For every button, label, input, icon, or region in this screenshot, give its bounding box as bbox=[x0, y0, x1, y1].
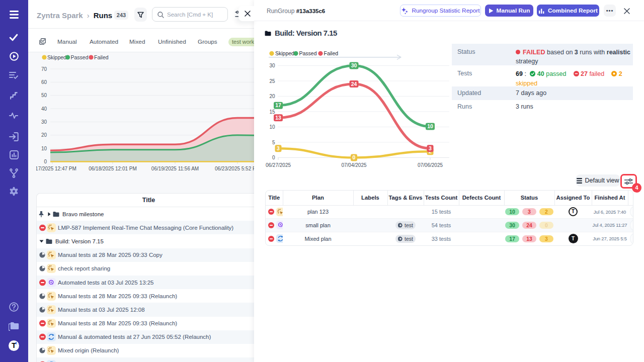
svg-text:3: 3 bbox=[429, 145, 432, 151]
svg-text:07/06/2025: 07/06/2025 bbox=[418, 162, 443, 168]
svg-text:20: 20 bbox=[41, 132, 47, 138]
svg-text:17: 17 bbox=[275, 102, 281, 108]
svg-text:24: 24 bbox=[351, 81, 357, 87]
svg-text:10: 10 bbox=[269, 124, 275, 130]
svg-text:30: 30 bbox=[351, 62, 357, 68]
svg-text:0: 0 bbox=[44, 159, 47, 164]
svg-text:Failed: Failed bbox=[324, 50, 339, 56]
svg-text:40: 40 bbox=[41, 106, 47, 112]
svg-text:07/04/2025: 07/04/2025 bbox=[341, 162, 366, 168]
svg-text:Passed: Passed bbox=[71, 54, 89, 60]
svg-text:60: 60 bbox=[41, 79, 47, 85]
svg-text:06/18/2025 12:01 PM: 06/18/2025 12:01 PM bbox=[89, 166, 137, 171]
svg-text:50: 50 bbox=[41, 93, 47, 98]
svg-text:3: 3 bbox=[277, 145, 280, 151]
svg-text:0: 0 bbox=[353, 154, 356, 160]
svg-text:06/27/2025: 06/27/2025 bbox=[266, 162, 291, 168]
svg-text:5: 5 bbox=[272, 140, 275, 145]
svg-text:06/19/2025 11:56 AM: 06/19/2025 11:56 AM bbox=[151, 166, 199, 171]
svg-text:Skipped: Skipped bbox=[47, 54, 66, 60]
svg-text:Passed: Passed bbox=[299, 50, 317, 56]
svg-text:20: 20 bbox=[269, 94, 275, 99]
svg-text:Skipped: Skipped bbox=[275, 50, 294, 56]
svg-text:Failed: Failed bbox=[94, 54, 109, 60]
svg-text:30: 30 bbox=[269, 63, 275, 68]
svg-text:70: 70 bbox=[41, 66, 47, 72]
svg-text:10: 10 bbox=[41, 146, 47, 151]
svg-text:30: 30 bbox=[41, 119, 47, 125]
svg-text:0: 0 bbox=[272, 155, 275, 160]
svg-text:25: 25 bbox=[269, 78, 275, 84]
svg-text:13: 13 bbox=[275, 115, 281, 121]
svg-text:06/23/2025 5:52 PM: 06/23/2025 5:52 PM bbox=[215, 166, 260, 171]
svg-text:06/17/2025 12:47 PM: 06/17/2025 12:47 PM bbox=[36, 166, 76, 171]
svg-text:10: 10 bbox=[427, 123, 433, 129]
svg-text:15: 15 bbox=[269, 109, 275, 115]
